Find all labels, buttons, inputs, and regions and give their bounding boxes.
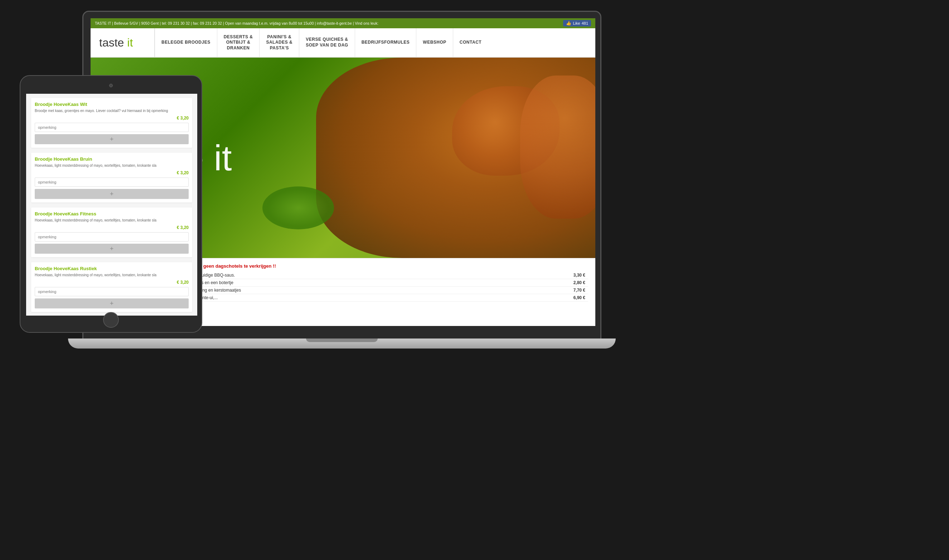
- thumbs-up-icon: 👍: [566, 21, 572, 26]
- tablet-camera: [109, 84, 113, 87]
- product-name: Broodje HoeveKaas Bruin: [35, 156, 189, 162]
- nav-item-quiches[interactable]: VERSE QUICHES & SOEP VAN DE DAG: [299, 28, 355, 57]
- product-name: Broodje HoeveKaas Rustiek: [35, 266, 189, 271]
- nav-item-belegde-broodjes[interactable]: BELEGDE BROODJES: [155, 28, 217, 57]
- product-add-button[interactable]: +: [35, 244, 189, 254]
- product-price: € 3,20: [35, 115, 189, 121]
- fb-like-button[interactable]: 👍 Like 481: [563, 20, 591, 26]
- logo-taste: taste: [99, 36, 127, 49]
- nav-item-webshop[interactable]: WEBSHOP: [416, 28, 453, 57]
- product-item: Broodje HoeveKaas Fitness Hoevekaas, lig…: [31, 208, 192, 257]
- nav-item-desserts[interactable]: DESSERTS & ONTBIJT & DRANKEN: [217, 28, 260, 57]
- site-navigation: taste it BELEGDE BROODJES DESSERTS & ONT…: [91, 28, 595, 58]
- nav-item-paninis[interactable]: PANINI'S & SALADES & PASTA'S: [260, 28, 299, 57]
- product-item: Broodje HoeveKaas Wit Broodje met kaas, …: [31, 98, 192, 148]
- product-opmerking-input[interactable]: [35, 177, 189, 187]
- product-item: Broodje HoeveKaas Rustiek Hoevekaas, lig…: [31, 262, 192, 312]
- product-price: € 3,20: [35, 225, 189, 230]
- infobox-row-price: 2,80 €: [559, 279, 588, 287]
- tablet-screen[interactable]: Broodje HoeveKaas Wit Broodje met kaas, …: [26, 94, 197, 315]
- hero-logo-it: it: [214, 138, 232, 178]
- product-desc: Hoevekaas, light mosterddressing of mayo…: [35, 163, 189, 168]
- topbar-info: TASTE IT | Bellevue 5/GV | 9050 Gent | t…: [95, 21, 378, 25]
- tablet-content: Broodje HoeveKaas Wit Broodje met kaas, …: [26, 94, 197, 315]
- product-opmerking-input[interactable]: [35, 123, 189, 132]
- fb-count: 481: [582, 21, 588, 25]
- product-opmerking-input[interactable]: [35, 287, 189, 296]
- product-opmerking-input[interactable]: [35, 232, 189, 242]
- tablet-device: Broodje HoeveKaas Wit Broodje met kaas, …: [20, 75, 202, 333]
- product-name: Broodje HoeveKaas Wit: [35, 102, 189, 107]
- nav-item-bedrijfsformules[interactable]: BEDRIJFSFORMULES: [355, 28, 417, 57]
- hero-food-right: [520, 75, 595, 218]
- tablet-home-button[interactable]: [103, 312, 119, 328]
- infobox-row-price: 6,90 €: [559, 294, 588, 302]
- nav-item-contact[interactable]: CONTACT: [453, 28, 488, 57]
- product-desc: Broodje met kaas, groentjes en mayo. Lie…: [35, 108, 189, 114]
- product-desc: Hoevekaas, light mosterddressing of mayo…: [35, 218, 189, 223]
- hero-green-veg: [262, 186, 334, 229]
- site-logo[interactable]: taste it: [99, 36, 133, 49]
- product-price: € 3,20: [35, 280, 189, 285]
- product-name: Broodje HoeveKaas Fitness: [35, 211, 189, 217]
- site-topbar: TASTE IT | Bellevue 5/GV | 9050 Gent | t…: [91, 18, 595, 28]
- product-add-button[interactable]: +: [35, 189, 189, 199]
- product-item: Broodje HoeveKaas Bruin Hoevekaas, light…: [31, 153, 192, 203]
- product-desc: Hoevekaas, light mosterddressing of mayo…: [35, 273, 189, 278]
- logo-area[interactable]: taste it: [91, 28, 155, 57]
- logo-it: it: [127, 36, 133, 49]
- infobox-row-price: 3,30 €: [559, 272, 588, 279]
- infobox-row-price: 7,70 €: [559, 287, 588, 294]
- product-price: € 3,20: [35, 170, 189, 175]
- laptop-base: [68, 338, 616, 349]
- product-add-button[interactable]: +: [35, 134, 189, 144]
- tablet-bezel: Broodje HoeveKaas Wit Broodje met kaas, …: [20, 75, 202, 333]
- product-add-button[interactable]: +: [35, 298, 189, 308]
- nav-items-container: BELEGDE BROODJES DESSERTS & ONTBIJT & DR…: [155, 28, 595, 57]
- fb-like-label: Like: [573, 21, 580, 25]
